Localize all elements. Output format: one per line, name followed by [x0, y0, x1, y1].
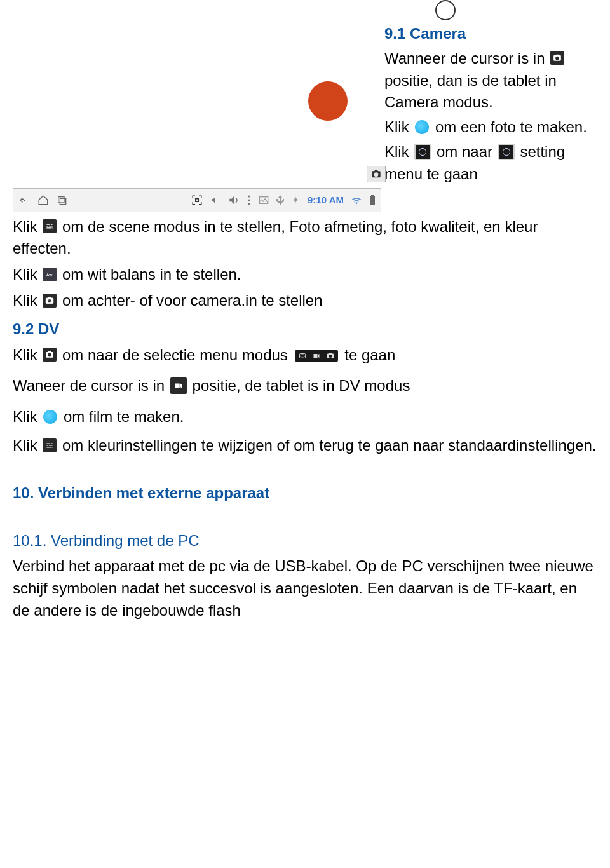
menu-dots-icon	[247, 195, 251, 205]
text: Klik	[13, 218, 37, 235]
svg-text:Aw: Aw	[46, 273, 53, 277]
text: Waneer de cursor is in	[13, 377, 165, 394]
text: Klik	[13, 437, 37, 454]
color-sliders-icon	[43, 438, 57, 452]
scene-sliders-icon	[43, 219, 57, 233]
svg-rect-7	[370, 196, 375, 205]
battery-icon	[369, 195, 376, 205]
text: Klik	[384, 118, 409, 135]
shutter-ring-icon	[435, 0, 456, 20]
dv-menu-line: Klik om naar de selectie menu modus te g…	[13, 344, 597, 367]
pc-connect-body: Verbind het apparaat met de pc via de US…	[13, 555, 597, 621]
volume-down-icon	[210, 195, 220, 205]
text: om kleurinstellingen te wijzigen of om t…	[62, 437, 597, 454]
white-balance-icon: Aw	[43, 268, 57, 281]
video-mode-icon	[170, 377, 187, 394]
statusbar-time: 9:10 AM	[308, 193, 344, 207]
back-icon	[18, 194, 30, 206]
section-10-title: 10. Verbinden met externe apparaat	[13, 482, 597, 505]
dv-film-line: Klik om film te maken.	[13, 406, 597, 428]
camera-switch-icon	[43, 294, 57, 308]
section-10-1-title: 10.1. Verbinding met de PC	[13, 530, 597, 552]
text: om achter- of voor camera.in te stellen	[62, 292, 323, 309]
recent-apps-icon	[57, 195, 67, 205]
text: Wanneer de cursor is in	[384, 50, 545, 67]
focus-icon	[191, 194, 203, 206]
text: Klik	[13, 408, 37, 425]
svg-rect-8	[371, 195, 374, 196]
camera-intro-line: Wanneer de cursor is in positie, dan is …	[384, 48, 597, 114]
dv-color-line: Klik om kleurinstellingen te wijzigen of…	[13, 435, 597, 457]
scene-modus-line: Klik om de scene modus in te stellen, Fo…	[13, 216, 597, 261]
text: Klik	[384, 143, 409, 160]
text: om naar	[437, 143, 492, 160]
usb-icon	[276, 195, 284, 205]
mode-strip-icon	[295, 350, 338, 362]
text: om naar de selectie menu modus	[62, 346, 288, 363]
text: om wit balans in te stellen.	[62, 266, 241, 283]
text: Klik	[13, 346, 37, 363]
camera-select-icon	[43, 348, 57, 362]
svg-rect-1	[60, 198, 65, 204]
wifi-icon	[351, 196, 362, 205]
text: positie, de tablet is in DV modus	[193, 377, 410, 394]
svg-rect-0	[58, 196, 64, 202]
svg-point-3	[248, 195, 250, 197]
text: positie, dan is de tablet in Camera modu…	[384, 72, 557, 111]
option-ring-icon	[498, 144, 515, 160]
text: om een foto te maken.	[435, 118, 587, 135]
section-9-1-title: 9.1 Camera	[384, 23, 597, 45]
section-9-2-title: 9.2 DV	[13, 318, 597, 341]
shutter-button-icon	[415, 120, 429, 134]
volume-up-icon	[228, 194, 240, 206]
svg-point-4	[248, 199, 250, 201]
text: te gaan	[344, 346, 395, 363]
text: Klik	[13, 292, 37, 309]
svg-rect-2	[196, 198, 199, 201]
record-button-icon	[43, 410, 57, 424]
dv-cursor-line: Waneer de cursor is in positie, de table…	[13, 375, 597, 397]
viewfinder-figure	[19, 6, 353, 133]
white-balance-line: Klik Aw om wit balans in te stellen.	[13, 264, 597, 286]
text: om de scene modus in te stellen, Foto af…	[13, 218, 538, 257]
image-icon	[259, 196, 269, 205]
camera-mode-icon	[550, 51, 564, 65]
settings-ring-icon	[414, 144, 431, 160]
record-indicator-icon	[308, 81, 348, 121]
camera-switch-line: Klik om achter- of voor camera.in te ste…	[13, 290, 597, 312]
svg-point-5	[248, 203, 250, 205]
text: Klik	[13, 266, 37, 283]
camera-instruction-panel: 9.1 Camera Wanneer de cursor is in posit…	[384, 0, 597, 188]
home-icon	[37, 194, 49, 206]
camera-shortcut-icon	[367, 166, 386, 183]
text: om film te maken.	[64, 408, 184, 425]
settings-line: Klik om naar setting menu te gaan	[384, 141, 597, 186]
take-photo-line: Klik om een foto te maken.	[384, 116, 597, 139]
